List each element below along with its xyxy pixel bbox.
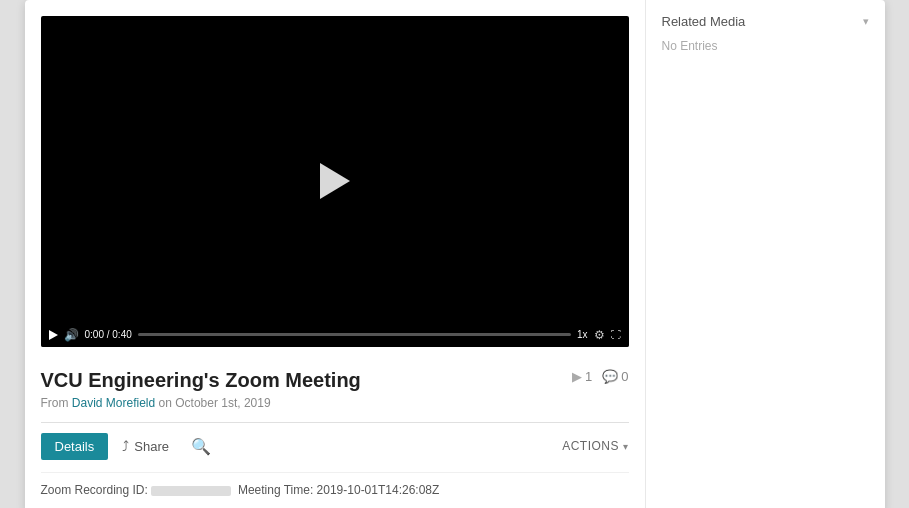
main-content: 🔊 0:00 / 0:40 1x ⚙ ⛶ VCU Engineering's Z…: [25, 0, 885, 508]
video-player[interactable]: 🔊 0:00 / 0:40 1x ⚙ ⛶: [41, 16, 629, 347]
share-tab[interactable]: ⤴ Share: [112, 432, 179, 460]
left-panel: 🔊 0:00 / 0:40 1x ⚙ ⛶ VCU Engineering's Z…: [25, 0, 645, 508]
video-stats: ▶ 1 💬 0: [572, 369, 628, 384]
play-button-large[interactable]: [320, 163, 350, 199]
actions-button[interactable]: ACTIons ▾: [562, 439, 628, 453]
progress-bar[interactable]: [138, 333, 571, 336]
related-chevron-icon[interactable]: ▾: [863, 15, 869, 28]
chevron-down-icon: ▾: [623, 441, 629, 452]
video-controls: 🔊 0:00 / 0:40 1x ⚙ ⛶: [41, 322, 629, 347]
volume-icon[interactable]: 🔊: [64, 328, 79, 342]
right-panel: Related Media ▾ No Entries: [645, 0, 885, 508]
current-time: 0:00 / 0:40: [85, 329, 132, 340]
video-meta: From David Morefield on October 1st, 201…: [41, 396, 629, 410]
comment-stat-icon: 💬: [602, 369, 618, 384]
details-section: Zoom Recording ID: Meeting Time: 2019-10…: [41, 472, 629, 497]
related-media-header: Related Media ▾: [662, 14, 869, 29]
settings-icon[interactable]: ⚙: [594, 328, 605, 342]
tabs-bar: Details ⤴ Share 🔍 ACTIons ▾: [41, 422, 629, 462]
play-stat-icon: ▶: [572, 369, 582, 384]
playback-speed[interactable]: 1x: [577, 329, 588, 340]
page-container: 🔊 0:00 / 0:40 1x ⚙ ⛶ VCU Engineering's Z…: [25, 0, 885, 508]
details-tab[interactable]: Details: [41, 433, 109, 460]
related-media-title: Related Media: [662, 14, 746, 29]
share-icon: ⤴: [122, 438, 129, 454]
search-button[interactable]: 🔍: [183, 431, 219, 462]
zoom-id-redacted: [151, 486, 231, 496]
title-stats-row: VCU Engineering's Zoom Meeting ▶ 1 💬 0: [41, 357, 629, 392]
no-entries-label: No Entries: [662, 39, 869, 53]
play-control-icon[interactable]: [49, 330, 58, 340]
play-count: ▶ 1: [572, 369, 592, 384]
comment-count: 💬 0: [602, 369, 628, 384]
fullscreen-icon[interactable]: ⛶: [611, 329, 621, 340]
author-link[interactable]: David Morefield: [72, 396, 155, 410]
video-title: VCU Engineering's Zoom Meeting: [41, 369, 361, 392]
